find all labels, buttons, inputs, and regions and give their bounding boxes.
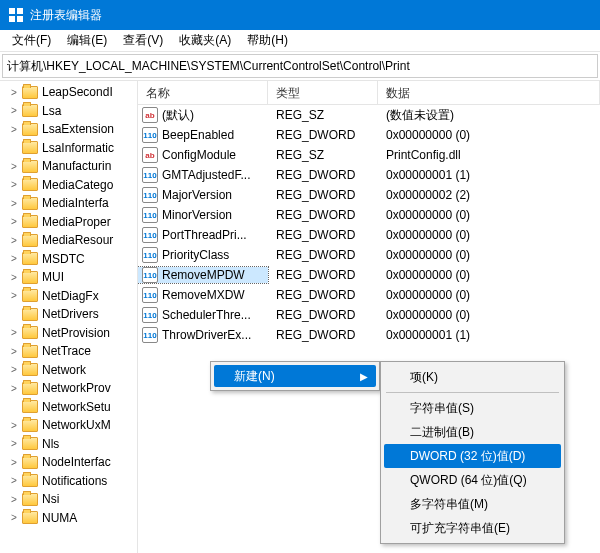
- context-item[interactable]: 多字符串值(M): [384, 492, 561, 516]
- tree-item[interactable]: >NUMA: [0, 509, 137, 528]
- tree-item[interactable]: >NetworkUxM: [0, 416, 137, 435]
- tree-item[interactable]: >Nsi: [0, 490, 137, 509]
- list-row[interactable]: 110BeepEnabledREG_DWORD0x00000000 (0): [138, 125, 600, 145]
- column-name[interactable]: 名称: [138, 81, 268, 104]
- tree-item[interactable]: >LsaExtension: [0, 120, 137, 139]
- expander-icon[interactable]: [8, 401, 20, 413]
- context-item[interactable]: QWORD (64 位)值(Q): [384, 468, 561, 492]
- expander-icon[interactable]: >: [8, 419, 20, 431]
- context-item[interactable]: 项(K): [384, 365, 561, 389]
- tree-item[interactable]: >NetworkProv: [0, 379, 137, 398]
- tree-item[interactable]: >NetDiagFx: [0, 287, 137, 306]
- tree-item[interactable]: NetDrivers: [0, 305, 137, 324]
- tree-item[interactable]: NetworkSetu: [0, 398, 137, 417]
- tree-item[interactable]: >Nls: [0, 435, 137, 454]
- tree-item[interactable]: >Manufacturin: [0, 157, 137, 176]
- context-item-new[interactable]: 新建(N) ▶: [214, 365, 376, 387]
- expander-icon[interactable]: >: [8, 475, 20, 487]
- menu-item[interactable]: 文件(F): [4, 30, 59, 51]
- expander-icon[interactable]: [8, 308, 20, 320]
- value-data: 0x00000000 (0): [378, 308, 600, 322]
- expander-icon[interactable]: >: [8, 327, 20, 339]
- tree-item[interactable]: >MediaProper: [0, 213, 137, 232]
- list-row[interactable]: abConfigModuleREG_SZPrintConfig.dll: [138, 145, 600, 165]
- tree-view[interactable]: >LeapSecondI>Lsa>LsaExtensionLsaInformat…: [0, 81, 138, 553]
- tree-item[interactable]: >MSDTC: [0, 250, 137, 269]
- tree-item[interactable]: >LeapSecondI: [0, 83, 137, 102]
- expander-icon[interactable]: >: [8, 160, 20, 172]
- context-menu-new[interactable]: 新建(N) ▶: [210, 361, 380, 391]
- main-panel: >LeapSecondI>Lsa>LsaExtensionLsaInformat…: [0, 80, 600, 553]
- list-row[interactable]: 110RemoveMPDWREG_DWORD0x00000000 (0): [138, 265, 600, 285]
- list-row[interactable]: 110RemoveMXDWREG_DWORD0x00000000 (0): [138, 285, 600, 305]
- tree-item-label: MUI: [42, 270, 64, 284]
- tree-item[interactable]: >NetTrace: [0, 342, 137, 361]
- value-name: (默认): [162, 107, 194, 124]
- expander-icon[interactable]: >: [8, 438, 20, 450]
- list-row[interactable]: 110MajorVersionREG_DWORD0x00000002 (2): [138, 185, 600, 205]
- folder-icon: [22, 123, 38, 136]
- expander-icon[interactable]: >: [8, 216, 20, 228]
- binary-value-icon: 110: [142, 227, 158, 243]
- value-data: 0x00000000 (0): [378, 128, 600, 142]
- expander-icon[interactable]: >: [8, 456, 20, 468]
- expander-icon[interactable]: >: [8, 253, 20, 265]
- expander-icon[interactable]: [8, 142, 20, 154]
- menu-item[interactable]: 编辑(E): [59, 30, 115, 51]
- list-row[interactable]: 110GMTAdjustedF...REG_DWORD0x00000001 (1…: [138, 165, 600, 185]
- list-row[interactable]: 110MinorVersionREG_DWORD0x00000000 (0): [138, 205, 600, 225]
- context-item[interactable]: 可扩充字符串值(E): [384, 516, 561, 540]
- tree-item[interactable]: >Notifications: [0, 472, 137, 491]
- value-name: SchedulerThre...: [162, 308, 251, 322]
- tree-item-label: MediaCatego: [42, 178, 113, 192]
- tree-item[interactable]: >MediaResour: [0, 231, 137, 250]
- tree-item[interactable]: >Lsa: [0, 102, 137, 121]
- address-bar[interactable]: 计算机\HKEY_LOCAL_MACHINE\SYSTEM\CurrentCon…: [2, 54, 598, 78]
- expander-icon[interactable]: >: [8, 290, 20, 302]
- binary-value-icon: 110: [142, 207, 158, 223]
- tree-item[interactable]: >NodeInterfac: [0, 453, 137, 472]
- context-submenu[interactable]: 项(K)字符串值(S)二进制值(B)DWORD (32 位)值(D)QWORD …: [380, 361, 565, 544]
- expander-icon[interactable]: >: [8, 364, 20, 376]
- list-row[interactable]: 110PortThreadPri...REG_DWORD0x00000000 (…: [138, 225, 600, 245]
- menu-item[interactable]: 收藏夹(A): [171, 30, 239, 51]
- context-item[interactable]: 字符串值(S): [384, 396, 561, 420]
- value-name: GMTAdjustedF...: [162, 168, 250, 182]
- context-item[interactable]: 二进制值(B): [384, 420, 561, 444]
- menu-item[interactable]: 帮助(H): [239, 30, 296, 51]
- tree-item-label: NUMA: [42, 511, 77, 525]
- tree-item[interactable]: >NetProvision: [0, 324, 137, 343]
- tree-item[interactable]: >MediaInterfa: [0, 194, 137, 213]
- expander-icon[interactable]: >: [8, 105, 20, 117]
- folder-icon: [22, 363, 38, 376]
- app-icon: [8, 7, 24, 23]
- column-type[interactable]: 类型: [268, 81, 378, 104]
- context-item[interactable]: DWORD (32 位)值(D): [384, 444, 561, 468]
- tree-item-label: NetworkUxM: [42, 418, 111, 432]
- value-data: 0x00000000 (0): [378, 208, 600, 222]
- expander-icon[interactable]: >: [8, 86, 20, 98]
- expander-icon[interactable]: >: [8, 179, 20, 191]
- tree-item[interactable]: >MUI: [0, 268, 137, 287]
- tree-item[interactable]: >MediaCatego: [0, 176, 137, 195]
- expander-icon[interactable]: >: [8, 197, 20, 209]
- expander-icon[interactable]: >: [8, 123, 20, 135]
- expander-icon[interactable]: >: [8, 382, 20, 394]
- column-data[interactable]: 数据: [378, 81, 600, 104]
- expander-icon[interactable]: >: [8, 493, 20, 505]
- list-row[interactable]: ab(默认)REG_SZ(数值未设置): [138, 105, 600, 125]
- list-row[interactable]: 110SchedulerThre...REG_DWORD0x00000000 (…: [138, 305, 600, 325]
- list-row[interactable]: 110PriorityClassREG_DWORD0x00000000 (0): [138, 245, 600, 265]
- context-menu: 新建(N) ▶ 项(K)字符串值(S)二进制值(B)DWORD (32 位)值(…: [210, 361, 380, 391]
- expander-icon[interactable]: >: [8, 345, 20, 357]
- tree-item[interactable]: >Network: [0, 361, 137, 380]
- tree-item[interactable]: LsaInformatic: [0, 139, 137, 158]
- value-type: REG_SZ: [268, 148, 378, 162]
- value-type: REG_SZ: [268, 108, 378, 122]
- expander-icon[interactable]: >: [8, 271, 20, 283]
- menu-item[interactable]: 查看(V): [115, 30, 171, 51]
- list-row[interactable]: 110ThrowDriverEx...REG_DWORD0x00000001 (…: [138, 325, 600, 345]
- value-type: REG_DWORD: [268, 228, 378, 242]
- expander-icon[interactable]: >: [8, 234, 20, 246]
- expander-icon[interactable]: >: [8, 512, 20, 524]
